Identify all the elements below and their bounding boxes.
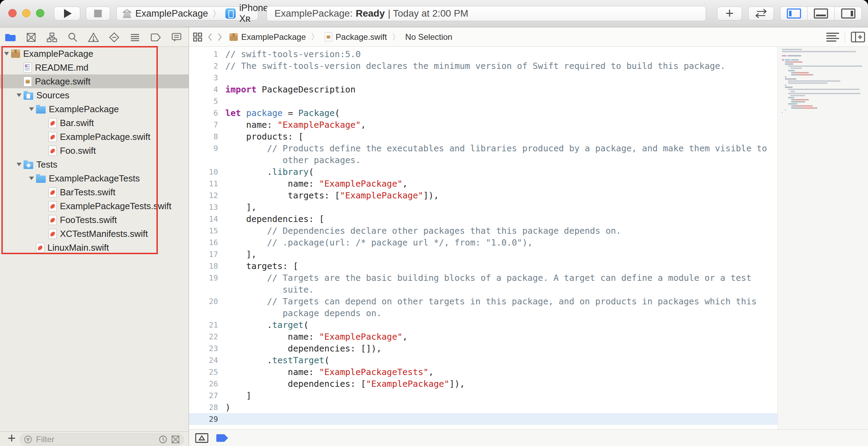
code-line[interactable]: 10 .library(: [189, 166, 777, 178]
toggle-inspectors-button[interactable]: [834, 7, 862, 20]
code-line[interactable]: 27 ]: [189, 390, 777, 401]
toggle-debug-area-bottom-button[interactable]: [195, 432, 209, 444]
code-line[interactable]: 8 products: [: [189, 131, 777, 142]
zoom-button[interactable]: [36, 9, 44, 17]
code-line[interactable]: 20 // Targets can depend on other target…: [189, 295, 777, 307]
toggle-debug-area-button[interactable]: [807, 7, 834, 20]
disclosure-triangle[interactable]: [15, 93, 24, 97]
minimize-button[interactable]: [22, 9, 30, 17]
code-line[interactable]: 11 name: "ExamplePackage",: [189, 178, 777, 189]
tab-issue-navigator[interactable]: [86, 31, 101, 44]
tree-item-bar-swift[interactable]: Bar.swift: [0, 116, 189, 130]
breakpoints-enabled-toggle[interactable]: [216, 434, 228, 442]
code-line[interactable]: 28): [189, 401, 777, 413]
code-line-text: package depends on.: [225, 308, 382, 318]
tab-report-navigator[interactable]: [169, 31, 184, 44]
scheme-destination-label[interactable]: iPhone Xʀ: [239, 3, 268, 24]
code-line[interactable]: 5: [189, 95, 777, 107]
panel-right-icon: [841, 8, 856, 19]
editor-options-button[interactable]: [826, 32, 839, 42]
tree-item-foo-swift[interactable]: Foo.swift: [0, 144, 189, 158]
tab-project-navigator[interactable]: [3, 31, 18, 44]
tree-item-xctestmanifests-swift[interactable]: XCTestManifests.swift: [0, 227, 189, 241]
add-editor-button[interactable]: [851, 32, 865, 43]
recent-files-clock-icon[interactable]: [159, 435, 168, 444]
scheme-project-label[interactable]: ExamplePackage: [135, 8, 208, 19]
code-line[interactable]: 22 name: "ExamplePackage",: [189, 331, 777, 342]
sidebar-divider[interactable]: [189, 27, 189, 446]
code-line[interactable]: 25 name: "ExamplePackageTests",: [189, 366, 777, 378]
editor-swap-button[interactable]: [748, 7, 774, 20]
tab-debug-navigator[interactable]: [127, 31, 143, 44]
breadcrumb-project[interactable]: ExamplePackage: [229, 32, 306, 42]
tab-find-navigator[interactable]: [65, 31, 80, 44]
code-line[interactable]: 3: [189, 72, 777, 83]
code-line[interactable]: 24 .testTarget(: [189, 354, 777, 366]
code-line[interactable]: 29: [189, 413, 777, 425]
source-editor[interactable]: 1// swift-tools-version:5.02// The swift…: [189, 47, 777, 429]
line-number: 12: [189, 191, 225, 200]
code-line[interactable]: 12 targets: ["ExamplePackage"]),: [189, 189, 777, 201]
code-line[interactable]: 4import PackageDescription: [189, 83, 777, 95]
swift-icon: [48, 215, 57, 225]
tree-item-sources[interactable]: Sources: [0, 88, 189, 102]
related-items-button[interactable]: [193, 33, 202, 42]
disclosure-triangle[interactable]: [27, 107, 36, 111]
code-line[interactable]: 2// The swift-tools-version declares the…: [189, 60, 777, 72]
tree-item-package-swift[interactable]: Package.swift: [0, 74, 189, 88]
code-line[interactable]: 19 // Targets are the basic building blo…: [189, 272, 777, 284]
code-line[interactable]: 21 .target(: [189, 319, 777, 331]
tab-source-control-navigator[interactable]: [24, 31, 39, 44]
minimap[interactable]: [777, 47, 868, 429]
code-line[interactable]: package depends on.: [189, 307, 777, 319]
code-line[interactable]: 17 ],: [189, 248, 777, 260]
forward-button[interactable]: [217, 32, 223, 42]
code-line[interactable]: 13 ],: [189, 201, 777, 213]
code-line[interactable]: other packages.: [189, 154, 777, 166]
tree-item-linuxmain-swift[interactable]: LinuxMain.swift: [0, 241, 189, 255]
tree-item-label: ExamplePackage: [23, 48, 93, 59]
tab-symbol-navigator[interactable]: [44, 31, 60, 44]
stop-button[interactable]: [86, 7, 110, 20]
code-line[interactable]: 6let package = Package(: [189, 107, 777, 119]
disclosure-triangle[interactable]: [15, 163, 24, 166]
tree-item-examplepackage[interactable]: ExamplePackage: [0, 47, 189, 61]
back-button[interactable]: [207, 32, 213, 42]
source-control-status-icon[interactable]: [171, 435, 180, 444]
tree-item-readme-md[interactable]: README.md: [0, 61, 189, 74]
code-line[interactable]: 16 // .package(url: /* package url */, f…: [189, 237, 777, 248]
code-line[interactable]: 7 name: "ExamplePackage",: [189, 119, 777, 131]
disclosure-triangle[interactable]: [2, 52, 11, 55]
code-line[interactable]: 1// swift-tools-version:5.0: [189, 48, 777, 60]
tree-item-examplepackagetests[interactable]: ExamplePackageTests: [0, 171, 189, 185]
toggle-navigator-button[interactable]: [780, 7, 807, 20]
package-file-icon: [325, 33, 332, 42]
run-button[interactable]: [54, 7, 80, 20]
breakpoint-tag-icon: [150, 32, 162, 43]
scheme-selector[interactable]: ExamplePackage 〉 iPhone Xʀ: [116, 7, 258, 20]
code-line[interactable]: 23 dependencies: []),: [189, 342, 777, 354]
library-add-button[interactable]: +: [717, 7, 742, 20]
code-line[interactable]: 26 dependencies: ["ExamplePackage"]),: [189, 378, 777, 390]
tree-item-footests-swift[interactable]: FooTests.swift: [0, 213, 189, 227]
tree-item-examplepackage[interactable]: ExamplePackage: [0, 102, 189, 116]
breadcrumb-file[interactable]: Package.swift: [324, 32, 387, 42]
line-number: 9: [189, 144, 225, 153]
tab-test-navigator[interactable]: [107, 31, 122, 44]
tab-breakpoint-navigator[interactable]: [148, 31, 163, 44]
tree-item-tests[interactable]: Tests: [0, 158, 189, 171]
disclosure-triangle[interactable]: [27, 177, 36, 180]
line-number: 10: [189, 168, 225, 176]
close-button[interactable]: [8, 9, 17, 17]
tree-item-examplepackagetests-swift[interactable]: ExamplePackageTests.swift: [0, 199, 189, 213]
code-line[interactable]: 9 // Products define the executables and…: [189, 142, 777, 154]
code-line[interactable]: 18 targets: [: [189, 260, 777, 272]
minimap-line: [803, 107, 815, 109]
code-line[interactable]: 15 // Dependencies declare other package…: [189, 225, 777, 237]
code-line[interactable]: 14 dependencies: [: [189, 213, 777, 225]
tree-item-examplepackage-swift[interactable]: ExamplePackage.swift: [0, 130, 189, 144]
breadcrumb-selection[interactable]: No Selection: [405, 32, 452, 42]
code-line[interactable]: suite.: [189, 284, 777, 295]
filter-input[interactable]: Filter: [20, 434, 184, 445]
tree-item-bartests-swift[interactable]: BarTests.swift: [0, 185, 189, 199]
